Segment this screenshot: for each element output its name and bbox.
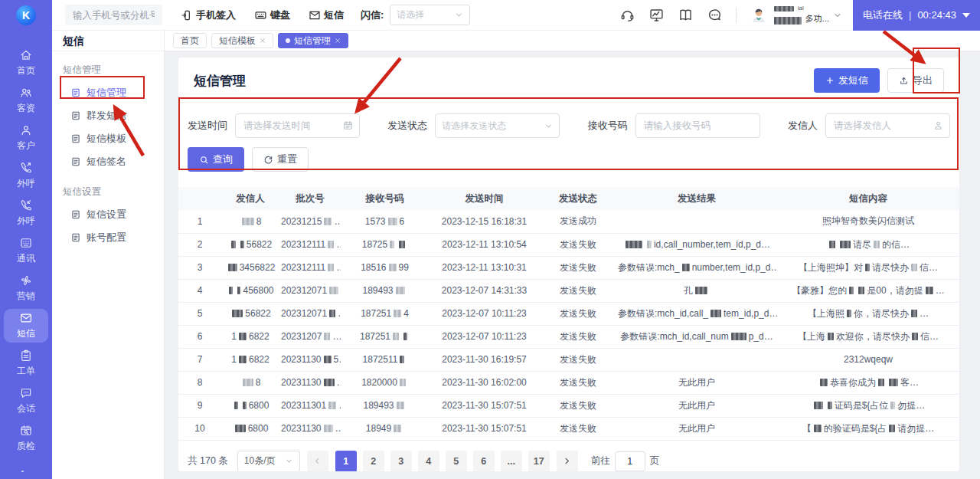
cell-recv-number: 15736 (341, 210, 429, 233)
cell-index: 1 (178, 210, 221, 233)
nav-item-outbound-2[interactable]: 外呼 (4, 196, 48, 230)
page-button-5[interactable]: 5 (446, 451, 467, 472)
send-status-select[interactable]: 请选择发送状态 (435, 113, 560, 138)
tab-sms-manage[interactable]: 短信管理 (278, 33, 348, 48)
export-button[interactable]: 导出 (887, 68, 944, 93)
page-size-select[interactable]: 10条/页 (237, 451, 300, 472)
keyboard-action[interactable]: 键盘 (254, 8, 290, 22)
doc-icon (70, 133, 81, 144)
nav-item-qc[interactable]: 质检 (4, 422, 48, 455)
table-row[interactable]: 7 16822 202311305… 1872511 2023-11-30 16… (178, 348, 959, 371)
send-time-input[interactable] (235, 113, 360, 138)
phone-signin-icon (181, 9, 193, 21)
cell-send-time: 2023-12-11 13:10:31 (429, 256, 540, 279)
submenu-item-sms-template[interactable]: 短信模板 (52, 127, 164, 150)
page-button-6[interactable]: 6 (473, 451, 495, 472)
headset-icon[interactable] (619, 7, 635, 23)
table-row[interactable]: 1 8 20231215… 15736 2023-12-15 16:18:31 … (178, 210, 959, 233)
feedback-chat-icon[interactable] (707, 7, 723, 23)
phone-signin-action[interactable]: 手机签入 (181, 8, 236, 22)
nav-label: 营销 (17, 290, 35, 303)
cell-send-status: 发送失败 (540, 417, 616, 440)
keyboard-icon (254, 8, 267, 21)
cell-send-status: 发送失败 (540, 394, 616, 417)
nav-item-outbound-1[interactable]: 外呼 (4, 159, 48, 192)
page-button-17[interactable]: 17 (528, 451, 550, 472)
table-row[interactable]: 2 56822 202312111… 18725 2023-12-11 13:1… (178, 233, 959, 256)
user-menu[interactable]: ial 多功... (750, 5, 842, 25)
goto-page-input[interactable] (615, 451, 645, 471)
cell-send-result: 参数错误:mch_id,call_tem_id,p_d… (616, 302, 777, 325)
table-row[interactable]: 6 16822 20231207… 187251 2023-12-07 10:1… (178, 325, 959, 348)
export-icon (899, 76, 909, 86)
tab-home[interactable]: 首页 (173, 33, 207, 48)
submenu-item-account-config[interactable]: 账号配置 (52, 226, 164, 249)
nav-item-comm[interactable]: 通讯 (4, 234, 48, 267)
phone-status[interactable]: 电话在线 | 00:24:43 (853, 0, 980, 31)
submenu-item-sms-manage[interactable]: 短信管理 (52, 81, 164, 104)
cell-send-result: 参数错误:mch_id,call_nump_d… (616, 325, 777, 348)
cell-sms-content: 证码是${占位勿提… (777, 394, 959, 417)
page-button-4[interactable]: 4 (418, 451, 439, 472)
monitor-chart-icon[interactable] (648, 7, 665, 23)
reset-button[interactable]: 重置 (252, 147, 309, 172)
cell-send-result: id,call_number,tem_id,p_d… (616, 233, 777, 256)
table-row[interactable]: 4 456800 202312071… 189493 2023-12-07 14… (178, 279, 959, 302)
submenu-item-bulk-sms[interactable]: 群发短信 (52, 104, 164, 127)
nav-item-customers[interactable]: 客户 (4, 121, 48, 155)
page-button-3[interactable]: 3 (390, 451, 412, 472)
nav-item-workorder[interactable]: 工单 (4, 346, 48, 380)
cell-send-time: 2023-12-07 10:11:23 (429, 302, 540, 325)
send-sms-button[interactable]: 发短信 (814, 68, 880, 93)
nav-item-session[interactable]: 会话 (4, 384, 48, 418)
cell-sender: 3456822 (221, 256, 279, 279)
table-row[interactable]: 10 6800 20231130… 18949 2023-11-30 15:07… (178, 417, 959, 440)
page-button-2[interactable]: 2 (363, 451, 384, 472)
cell-sender: 6800 (221, 417, 279, 440)
status-separator: | (909, 9, 911, 21)
next-page-button[interactable] (557, 451, 578, 472)
nav-label: 客资 (17, 102, 35, 115)
submenu-item-label: 短信签名 (87, 155, 126, 169)
close-icon[interactable] (260, 38, 266, 44)
nav-item-leads[interactable]: 客资 (4, 84, 48, 117)
sms-action[interactable]: 短信 (309, 8, 344, 22)
nav-item-home[interactable]: 首页 (4, 46, 48, 80)
submenu-item-sms-settings[interactable]: 短信设置 (52, 203, 164, 226)
nav-item-sms[interactable]: 短信 (4, 309, 48, 343)
table-row[interactable]: 3 3456822 202312111… 1851699 2023-12-11 … (178, 256, 959, 279)
recv-number-input[interactable] (635, 113, 760, 138)
cell-send-result: 孔 (616, 279, 777, 302)
cell-recv-number: 1851699 (341, 256, 429, 279)
nav-item-partial[interactable] (4, 459, 48, 479)
app-logo[interactable]: K (0, 0, 52, 31)
prev-page-button[interactable] (307, 451, 328, 472)
search-icon (199, 155, 209, 165)
table-row[interactable]: 9 6800 202311301… 189493 2023-11-30 15:0… (178, 394, 959, 417)
close-icon[interactable] (335, 38, 341, 44)
goto-label: 前往 (591, 454, 610, 468)
submenu-group-label: 短信管理 (52, 64, 164, 77)
cell-send-time: 2023-12-07 14:31:33 (429, 279, 540, 302)
page-button-1[interactable]: 1 (335, 451, 357, 472)
nav-item-marketing[interactable]: 营销 (4, 271, 48, 305)
book-icon[interactable] (678, 7, 694, 23)
nav-label: 质检 (17, 440, 35, 453)
cell-index: 9 (178, 394, 221, 417)
nav-label: 通讯 (17, 252, 35, 265)
page-ellipsis[interactable]: ... (501, 451, 522, 472)
tab-sms-template[interactable]: 短信模板 (211, 33, 273, 48)
calendar-check-icon (19, 424, 33, 438)
flash-select[interactable]: 请选择 (390, 5, 470, 25)
table-row[interactable]: 5 56822 202312071… 1872514 2023-12-07 10… (178, 302, 959, 325)
sender-input[interactable] (825, 113, 950, 138)
search-input[interactable] (65, 5, 162, 25)
topbar: K 手机签入 键盘 短信 闪信: 请选择 ial 多功... (0, 0, 980, 31)
total-count: 共 170 条 (188, 454, 228, 468)
query-button[interactable]: 查询 (188, 147, 244, 172)
table-row[interactable]: 8 8 20231130… 1820000 2023-11-30 16:02:0… (178, 371, 959, 394)
submenu-item-sms-signature[interactable]: 短信签名 (52, 150, 164, 173)
filter-zone: 发送时间 发送状态 请选择发送状态 接收号码 (178, 102, 959, 181)
page-buttons: 123456...17 (335, 451, 550, 472)
nav-label: 外呼 (17, 177, 35, 190)
